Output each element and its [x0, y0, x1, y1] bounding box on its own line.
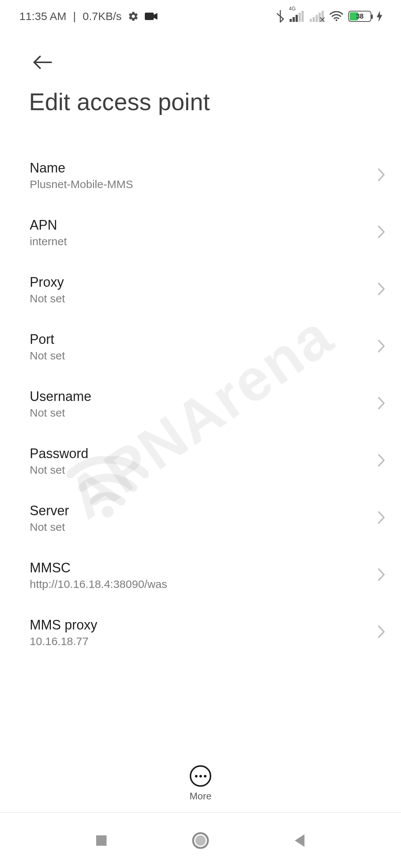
setting-label: Server: [30, 503, 365, 519]
chevron-right-icon: [377, 396, 386, 412]
chevron-right-icon: [377, 168, 386, 183]
setting-label: MMS proxy: [30, 617, 365, 633]
status-left: 11:35 AM | 0.7KB/s: [19, 10, 157, 23]
nav-back-button[interactable]: [285, 826, 314, 855]
setting-value: http://10.16.18.4:38090/was: [30, 578, 365, 591]
battery-icon: 38: [348, 11, 371, 22]
setting-label: Username: [30, 389, 365, 404]
setting-row-mms-proxy[interactable]: MMS proxy10.16.18.77: [0, 604, 401, 661]
setting-value: Not set: [30, 464, 365, 476]
camera-icon: [145, 12, 157, 21]
wifi-icon: [330, 11, 343, 22]
gear-icon: [128, 11, 139, 22]
status-time: 11:35 AM: [19, 10, 66, 23]
setting-label: Proxy: [30, 274, 365, 290]
page-title: Edit access point: [29, 88, 210, 116]
nav-home-button[interactable]: [186, 826, 215, 855]
svg-rect-1: [290, 19, 292, 22]
setting-row-proxy[interactable]: ProxyNot set: [0, 261, 401, 318]
setting-row-mmsc[interactable]: MMSChttp://10.16.18.4:38090/was: [0, 547, 401, 604]
svg-point-18: [195, 835, 206, 846]
bluetooth-icon: [276, 10, 284, 23]
setting-label: Name: [30, 160, 365, 176]
chevron-right-icon: [377, 339, 386, 355]
more-label: More: [189, 790, 211, 802]
setting-value: Not set: [30, 292, 365, 305]
chevron-right-icon: [377, 510, 386, 526]
setting-row-port[interactable]: PortNot set: [0, 318, 401, 375]
square-icon: [95, 834, 108, 847]
svg-rect-9: [319, 13, 321, 22]
svg-rect-7: [313, 17, 315, 22]
setting-value: internet: [30, 235, 365, 248]
chevron-right-icon: [377, 282, 386, 297]
svg-rect-6: [310, 19, 312, 22]
svg-rect-5: [301, 11, 304, 22]
toolbar: [0, 45, 401, 80]
status-separator: |: [73, 10, 76, 23]
more-action[interactable]: More: [0, 765, 401, 802]
nav-recent-button[interactable]: [87, 826, 116, 855]
setting-value: Not set: [30, 349, 365, 362]
charging-icon: [376, 11, 382, 22]
setting-label: Password: [30, 446, 365, 461]
svg-rect-0: [145, 13, 154, 20]
chevron-right-icon: [377, 225, 386, 240]
setting-value: 10.16.18.77: [30, 635, 365, 648]
svg-rect-8: [316, 15, 318, 22]
setting-row-apn[interactable]: APNinternet: [0, 204, 401, 261]
arrow-left-icon: [32, 55, 53, 70]
setting-label: APN: [30, 217, 365, 233]
setting-label: MMSC: [30, 560, 365, 576]
svg-rect-16: [96, 835, 107, 846]
signal-sim1-icon: 4G: [290, 11, 304, 22]
battery-percent: 38: [349, 13, 371, 20]
triangle-left-icon: [293, 834, 306, 848]
more-icon: [190, 765, 211, 787]
circle-icon: [192, 832, 209, 849]
svg-rect-3: [296, 15, 298, 22]
settings-list[interactable]: NamePlusnet-Mobile-MMSAPNinternetProxyNo…: [0, 147, 401, 868]
status-net-rate: 0.7KB/s: [83, 10, 122, 23]
status-right: 4G 38: [276, 10, 382, 23]
svg-rect-4: [299, 13, 301, 22]
setting-value: Plusnet-Mobile-MMS: [30, 178, 365, 191]
chevron-right-icon: [377, 453, 386, 469]
chevron-right-icon: [377, 568, 386, 583]
status-bar: 11:35 AM | 0.7KB/s 4G 38: [0, 0, 401, 33]
back-button[interactable]: [29, 49, 56, 76]
setting-label: Port: [30, 332, 365, 347]
svg-rect-2: [293, 17, 295, 22]
network-type-label: 4G: [289, 6, 296, 11]
system-nav-bar: [0, 812, 401, 868]
setting-row-name[interactable]: NamePlusnet-Mobile-MMS: [0, 147, 401, 204]
setting-row-username[interactable]: UsernameNot set: [0, 375, 401, 433]
svg-point-13: [336, 19, 338, 21]
setting-row-server[interactable]: ServerNot set: [0, 490, 401, 547]
setting-value: Not set: [30, 407, 365, 419]
chevron-right-icon: [377, 625, 386, 640]
setting-value: Not set: [30, 521, 365, 533]
signal-sim2-icon: [310, 11, 325, 22]
setting-row-password[interactable]: PasswordNot set: [0, 433, 401, 490]
